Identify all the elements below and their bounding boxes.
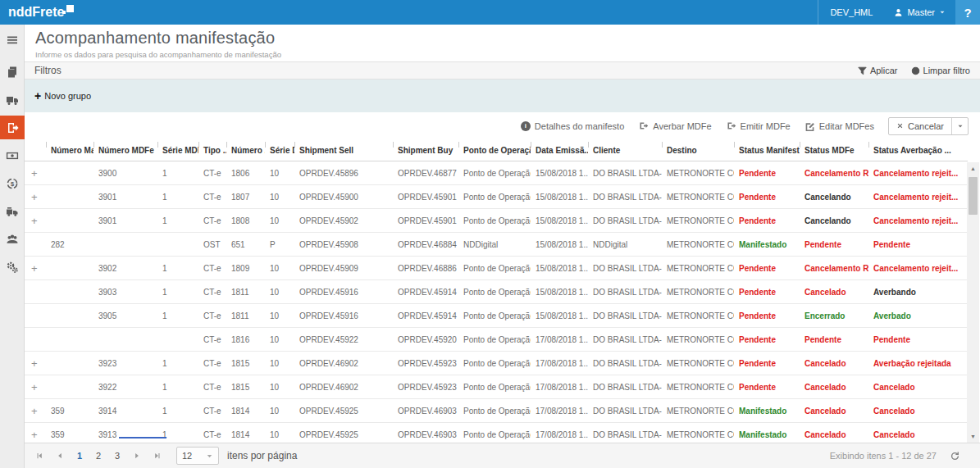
funnel-icon bbox=[858, 66, 867, 75]
editar-mdfes-button[interactable]: Editar MDFes bbox=[805, 120, 874, 131]
column-header-ponto_operacao[interactable]: Ponto de Operação bbox=[458, 139, 531, 161]
cell-serie_d: 10 bbox=[265, 328, 294, 352]
emitir-mdfe-button[interactable]: Emitir MDFe bbox=[726, 120, 791, 131]
cell-destino: METRONORTE CO... bbox=[662, 399, 734, 423]
cell-data_emissao: 15/08/2018 1... bbox=[531, 209, 588, 233]
chevron-down-icon bbox=[206, 452, 213, 460]
expand-row-button[interactable]: + bbox=[25, 185, 46, 209]
cell-data_emissao: 17/08/2018 1... bbox=[531, 399, 588, 423]
expand-row-button[interactable]: + bbox=[25, 399, 46, 423]
table-row[interactable]: +35939131CT-e181410OPRDEV.45925OPRDEV.46… bbox=[25, 423, 968, 443]
banknote-icon[interactable] bbox=[0, 143, 25, 167]
page-number-2[interactable]: 2 bbox=[93, 451, 104, 461]
column-header-numero[interactable]: Número ... bbox=[226, 139, 265, 161]
cell-destino: METRONORTE CO... bbox=[662, 161, 734, 185]
cell-shipment_sell: OPRDEV.45902 bbox=[294, 209, 393, 233]
cell-numero_mdfe: 3905 bbox=[93, 304, 157, 328]
expand-row-button[interactable]: + bbox=[25, 375, 46, 399]
previous-page-button[interactable] bbox=[53, 452, 66, 460]
cell-destino: METRONORTE CO... bbox=[662, 304, 734, 328]
first-page-button[interactable] bbox=[33, 452, 45, 460]
column-header-status_mdfe[interactable]: Status MDFe bbox=[800, 139, 868, 161]
averbar-mdfe-button[interactable]: Averbar MDFe bbox=[638, 120, 711, 131]
documents-icon[interactable] bbox=[0, 60, 25, 84]
column-header-shipment_sell[interactable]: Shipment Sell bbox=[294, 139, 393, 161]
vertical-scrollbar[interactable]: ▲ ▼ bbox=[967, 162, 979, 443]
column-header-data_emissao[interactable]: Data Emissã... bbox=[531, 139, 588, 161]
cell-numero_mdfe: 3901 bbox=[93, 185, 157, 209]
help-button[interactable]: ? bbox=[955, 0, 980, 25]
cancel-button[interactable]: Cancelar bbox=[889, 118, 951, 134]
new-group-button[interactable]: + Novo grupo bbox=[34, 89, 91, 102]
currency-exchange-icon[interactable]: $ bbox=[0, 171, 25, 195]
column-header-status_averbacao[interactable]: Status Averbação ... bbox=[868, 139, 968, 161]
cell-numero_mdfe: 3902 bbox=[93, 257, 157, 280]
manifest-export-icon[interactable] bbox=[0, 116, 25, 139]
table-row[interactable]: +39001CT-e180610OPRDEV.45896OPRDEV.46877… bbox=[25, 161, 968, 185]
truck-icon[interactable] bbox=[0, 88, 25, 111]
page-size-select[interactable]: 12 bbox=[176, 447, 219, 465]
delivery-truck-icon[interactable] bbox=[0, 199, 25, 223]
column-header-status_manifesto[interactable]: Status Manifesto bbox=[734, 139, 800, 161]
last-page-button[interactable] bbox=[151, 452, 163, 460]
scroll-up-arrow[interactable]: ▲ bbox=[967, 162, 979, 175]
cell-expand bbox=[25, 328, 46, 352]
cell-tipo: CT-e bbox=[198, 161, 226, 185]
expand-row-button[interactable]: + bbox=[25, 257, 46, 280]
cell-numero_manifesto: 359 bbox=[46, 423, 93, 443]
column-header-numero_mdfe[interactable]: Número MDFe bbox=[93, 139, 157, 161]
logo-flag-icon bbox=[66, 5, 74, 12]
table-row[interactable]: 282OST651POPRDEV.45908OPRDEV.46884NDDigi… bbox=[25, 233, 968, 257]
table-row[interactable]: +39221CT-e181510OPRDEV.46902OPRDEV.45923… bbox=[25, 375, 968, 399]
table-row[interactable]: CT-e181610OPRDEV.45922OPRDEV.45920Ponto … bbox=[25, 328, 968, 352]
clear-filter-button[interactable]: Limpar filtro bbox=[911, 66, 970, 75]
cell-destino: METRONORTE CO... bbox=[662, 423, 734, 443]
table-row[interactable]: +39011CT-e180810OPRDEV.45902OPRDEV.45901… bbox=[25, 209, 968, 233]
cell-numero_manifesto: 282 bbox=[46, 233, 93, 257]
table-row[interactable]: +35939141CT-e181410OPRDEV.45925OPRDEV.46… bbox=[25, 399, 968, 423]
table-row[interactable]: +39231CT-e181510OPRDEV.46902OPRDEV.45923… bbox=[25, 352, 968, 375]
expand-row-button[interactable]: + bbox=[25, 161, 46, 185]
table-row[interactable]: +39021CT-e180910OPRDEV.45909OPRDEV.46886… bbox=[25, 257, 968, 280]
expand-row-button[interactable]: + bbox=[25, 423, 46, 443]
column-header-serie_d[interactable]: Série D... bbox=[265, 139, 294, 161]
menu-icon[interactable] bbox=[0, 28, 25, 52]
cell-shipment_sell: OPRDEV.45908 bbox=[294, 233, 393, 257]
cell-cliente: DO BRASIL LTDA-GU... bbox=[588, 257, 662, 280]
apply-filter-button[interactable]: Aplicar bbox=[858, 66, 898, 75]
page-number-1[interactable]: 1 bbox=[74, 451, 85, 461]
cell-serie_d: 10 bbox=[265, 185, 294, 209]
column-header-destino[interactable]: Destino bbox=[662, 139, 734, 161]
column-header-numero_manifesto[interactable]: Número Mani... bbox=[46, 139, 93, 161]
cell-cliente: DO BRASIL LTDA-GU... bbox=[588, 209, 662, 233]
column-header-serie_mdfe[interactable]: Série MDFe bbox=[157, 139, 198, 161]
cell-serie_mdfe bbox=[157, 233, 198, 257]
next-page-button[interactable] bbox=[130, 452, 143, 460]
cell-numero_mdfe bbox=[93, 233, 157, 257]
users-icon[interactable] bbox=[0, 227, 25, 251]
manifest-details-button[interactable]: i Detalhes do manifesto bbox=[521, 121, 624, 131]
scrollbar-thumb[interactable] bbox=[969, 177, 978, 215]
expand-row-button[interactable]: + bbox=[25, 209, 46, 233]
table-row[interactable]: 39031CT-e181110OPRDEV.45916OPRDEV.45914P… bbox=[25, 280, 968, 304]
gears-icon[interactable] bbox=[0, 255, 25, 279]
refresh-button[interactable] bbox=[950, 451, 960, 461]
cell-status_mdfe: Cancelando bbox=[800, 209, 868, 233]
cancel-dropdown-button[interactable] bbox=[951, 118, 968, 134]
expand-row-button[interactable]: + bbox=[25, 352, 46, 375]
cell-status_manifesto: Pendente bbox=[734, 209, 800, 233]
cell-ponto_operacao: Ponto de Operação ... bbox=[458, 352, 531, 375]
table-row[interactable]: 39051CT-e181110OPRDEV.45916OPRDEV.45914P… bbox=[25, 304, 968, 328]
cell-destino: METRONORTE CO... bbox=[662, 209, 734, 233]
cell-ponto_operacao: NDDigital bbox=[458, 233, 531, 257]
cell-shipment_buy: OPRDEV.45923 bbox=[393, 352, 458, 375]
table-row[interactable]: +39011CT-e180710OPRDEV.45900OPRDEV.45901… bbox=[25, 185, 968, 209]
app-logo[interactable]: nddFrete bbox=[0, 0, 74, 25]
page-number-3[interactable]: 3 bbox=[112, 451, 123, 461]
cell-numero_manifesto bbox=[46, 161, 93, 185]
column-header-tipo[interactable]: Tipo ... bbox=[198, 139, 226, 161]
column-header-cliente[interactable]: Cliente bbox=[588, 139, 662, 161]
scroll-down-arrow[interactable]: ▼ bbox=[967, 430, 979, 443]
column-header-shipment_buy[interactable]: Shipment Buy bbox=[393, 139, 458, 161]
user-menu[interactable]: Master bbox=[884, 0, 955, 25]
